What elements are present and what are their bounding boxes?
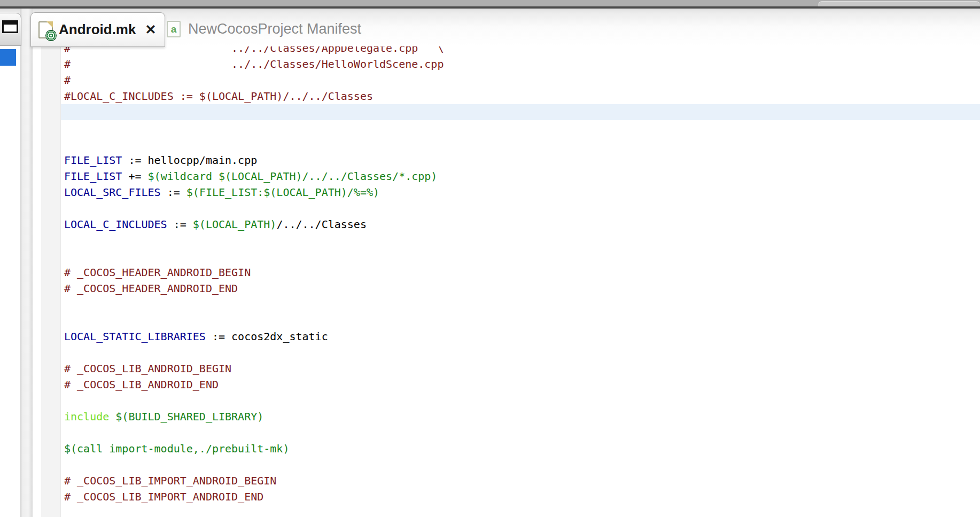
code-token-macro: $(FILE_LIST:$(LOCAL_PATH)/%=%) (186, 186, 379, 199)
code-line[interactable] (64, 296, 444, 312)
code-line[interactable] (64, 393, 444, 409)
code-line[interactable] (64, 425, 444, 441)
code-line[interactable] (64, 344, 444, 361)
code-token-comment: # _COCOS_LIB_ANDROID_BEGIN (64, 362, 231, 375)
code-line[interactable]: # ../../Classes/HelloWorldScene.cpp (64, 56, 444, 72)
code-line[interactable] (64, 136, 444, 152)
code-line[interactable]: $(call import-module,./prebuilt-mk) (64, 441, 444, 457)
code-token-comment: # _COCOS_LIB_IMPORT_ANDROID_END (64, 490, 263, 503)
code-token-variable: FILE_LIST (64, 170, 122, 183)
code-token-plain: := (167, 218, 193, 231)
code-token-keyword: include (64, 410, 115, 423)
annotation-ruler[interactable] (41, 46, 61, 517)
code-line[interactable] (64, 457, 444, 473)
code-line[interactable] (64, 120, 444, 136)
makefile-file-icon (38, 21, 53, 38)
code-token-comment: # _COCOS_HEADER_ANDROID_END (64, 282, 238, 295)
code-token-macro: $(LOCAL_PATH) (193, 218, 277, 231)
code-line[interactable] (64, 312, 444, 328)
toolbar-fragment (818, 1, 980, 6)
code-token-comment: # _COCOS_LIB_IMPORT_ANDROID_BEGIN (64, 474, 276, 487)
manifest-icon-glyph: a (171, 24, 177, 34)
code-token-plain: := cocos2dx_static (206, 330, 328, 343)
code-line[interactable]: FILE_LIST += $(wildcard $(LOCAL_PATH)/..… (64, 168, 444, 184)
code-token-comment: #LOCAL_C_INCLUDES := $(LOCAL_PATH)/../..… (64, 90, 373, 103)
code-line[interactable] (64, 232, 444, 248)
code-token-variable: LOCAL_STATIC_LIBRARIES (64, 330, 206, 343)
close-icon[interactable]: ✕ (145, 23, 156, 36)
code-token-macro: $(wildcard $(LOCAL_PATH)/../../Classes/*… (148, 170, 438, 183)
tab-label: NewCocosProject Manifest (188, 21, 361, 37)
code-line[interactable]: #LOCAL_C_INCLUDES := $(LOCAL_PATH)/../..… (64, 88, 444, 104)
code-token-macro: $(call import-module,./prebuilt-mk) (64, 442, 289, 455)
code-line[interactable]: # (64, 72, 444, 88)
manifest-file-icon: a (167, 21, 181, 37)
code-line[interactable]: LOCAL_SRC_FILES := $(FILE_LIST:$(LOCAL_P… (64, 184, 444, 200)
code-lines: # ../../Classes/AppDelegate.cpp \# ../..… (64, 40, 444, 505)
minimized-view-blue-icon[interactable] (0, 49, 16, 66)
code-line[interactable] (64, 248, 444, 264)
code-token-plain: /../../Classes (276, 218, 367, 231)
page-fold (46, 21, 53, 28)
code-line[interactable]: LOCAL_STATIC_LIBRARIES := cocos2dx_stati… (64, 328, 444, 344)
code-line[interactable]: FILE_LIST := hellocpp/main.cpp (64, 152, 444, 168)
code-line[interactable] (64, 104, 444, 120)
code-token-comment: # ../../Classes/HelloWorldScene.cpp (64, 58, 444, 70)
vertical-sash[interactable] (20, 9, 33, 517)
ide-window: # ../../Classes/AppDelegate.cpp \# ../..… (0, 0, 980, 517)
code-line[interactable]: # _COCOS_LIB_IMPORT_ANDROID_END (64, 489, 444, 505)
code-line[interactable]: include $(BUILD_SHARED_LIBRARY) (64, 409, 444, 425)
code-token-variable: FILE_LIST (64, 154, 122, 167)
code-token-variable: LOCAL_C_INCLUDES (64, 218, 167, 231)
code-token-plain: := hellocpp/main.cpp (122, 154, 257, 167)
minimized-view-tab[interactable] (0, 13, 21, 46)
tab-label: Android.mk (59, 21, 136, 38)
code-line[interactable]: # _COCOS_HEADER_ANDROID_END (64, 280, 444, 296)
code-token-variable: LOCAL_SRC_FILES (64, 186, 161, 199)
code-token-macro: $(BUILD_SHARED_LIBRARY) (115, 410, 263, 423)
code-line[interactable] (64, 200, 444, 216)
makefile-target-badge-icon (45, 30, 57, 41)
code-token-comment: # _COCOS_HEADER_ANDROID_BEGIN (64, 266, 251, 279)
restore-window-icon (2, 20, 18, 33)
code-token-plain: := (161, 186, 186, 199)
code-token-comment: # _COCOS_LIB_ANDROID_END (64, 378, 219, 391)
code-line[interactable]: # _COCOS_LIB_ANDROID_END (64, 377, 444, 393)
code-line[interactable]: LOCAL_C_INCLUDES := $(LOCAL_PATH)/../../… (64, 216, 444, 232)
code-token-plain: += (122, 170, 147, 183)
code-line[interactable]: # _COCOS_HEADER_ANDROID_BEGIN (64, 264, 444, 280)
tab-android-mk[interactable]: Android.mk ✕ (30, 12, 165, 47)
code-token-comment: # (64, 74, 71, 87)
code-line[interactable]: # _COCOS_LIB_IMPORT_ANDROID_BEGIN (64, 473, 444, 489)
code-line[interactable]: # _COCOS_LIB_ANDROID_BEGIN (64, 361, 444, 377)
tab-newcocosproject-manifest[interactable]: a NewCocosProject Manifest (156, 12, 372, 46)
